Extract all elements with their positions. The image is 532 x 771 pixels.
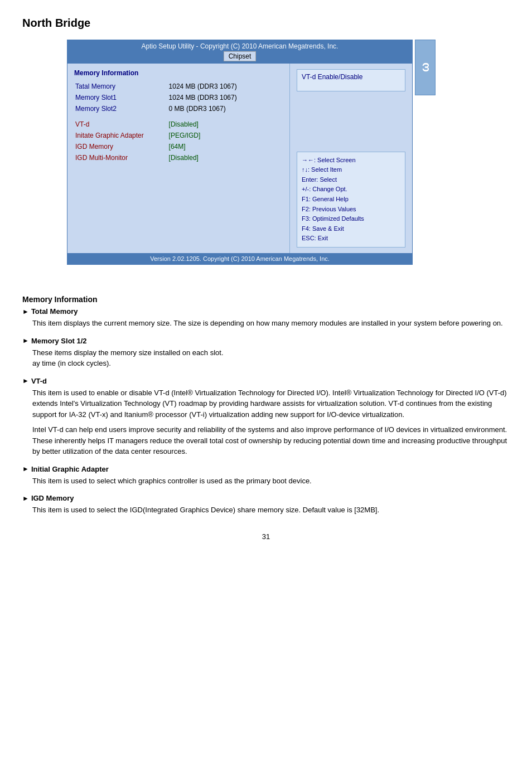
bios-help-label: VT-d Enable/Disable	[302, 73, 362, 81]
value-igd-memory: [64M]	[169, 142, 282, 152]
key-f4: F4: Save & Exit	[302, 224, 400, 234]
title-text: Memory Slot 1/2	[31, 337, 87, 345]
title-text: VT-d	[31, 377, 47, 385]
table-row-igd-monitor: IGD Multi-Monitor [Disabled]	[75, 153, 282, 163]
value-graphic-adapter: [PEG/IGD]	[169, 130, 282, 140]
bios-footer-text: Version 2.02.1205. Copyright (C) 2010 Am…	[150, 255, 330, 262]
label-vtd: VT-d	[75, 119, 168, 129]
label-memory-slot2: Memory Slot2	[75, 104, 168, 114]
bios-chipset-tab[interactable]: Chipset	[224, 51, 257, 61]
doc-item-initial-graphic-text: This item is used to select which graphi…	[32, 476, 510, 487]
table-row	[75, 115, 282, 118]
arrow-icon: ►	[22, 377, 29, 385]
arrow-icon: ►	[22, 494, 29, 502]
bios-footer: Version 2.02.1205. Copyright (C) 2010 Am…	[67, 253, 412, 264]
table-row-graphic: Initate Graphic Adapter [PEG/IGD]	[75, 130, 282, 140]
documentation-section: Memory Information ► Total Memory This i…	[22, 295, 510, 516]
side-tab-label: ω	[419, 63, 432, 72]
table-row: Memory Slot2 0 MB (DDR3 1067)	[75, 104, 282, 114]
page-number: 31	[22, 532, 510, 541]
arrow-icon: ►	[22, 465, 29, 473]
key-select-item: ↑↓: Select Item	[302, 165, 400, 175]
doc-item-igd-memory: ► IGD Memory This item is used to select…	[22, 494, 510, 516]
key-f1: F1: General Help	[302, 195, 400, 205]
value-tatal-memory: 1024 MB (DDR3 1067)	[169, 81, 282, 91]
doc-item-memory-slot-text: These items display the memory size inst…	[32, 347, 510, 369]
key-f3: F3: Optimized Defaults	[302, 214, 400, 224]
bios-header: Aptio Setup Utility - Copyright (C) 2010…	[67, 40, 412, 64]
doc-item-total-memory-text: This item displays the current memory si…	[32, 318, 510, 329]
key-esc: ESC: Exit	[302, 234, 400, 244]
bios-settings-panel: Memory Information Tatal Memory 1024 MB …	[67, 64, 289, 253]
arrow-icon: ►	[22, 308, 29, 316]
bios-header-text: Aptio Setup Utility - Copyright (C) 2010…	[142, 42, 338, 50]
label-igd-memory: IGD Memory	[75, 142, 168, 152]
title-text: Total Memory	[31, 307, 78, 316]
doc-item-total-memory: ► Total Memory This item displays the cu…	[22, 307, 510, 329]
doc-item-vtd-title: ► VT-d	[22, 377, 510, 385]
bios-settings-table: Tatal Memory 1024 MB (DDR3 1067) Memory …	[74, 80, 283, 164]
bios-panel: Aptio Setup Utility - Copyright (C) 2010…	[67, 40, 413, 265]
key-change-opt: +/-: Change Opt.	[302, 185, 400, 195]
memory-info-section-title: Memory Information	[22, 295, 510, 304]
doc-item-total-memory-title: ► Total Memory	[22, 307, 510, 316]
table-row-igd-memory: IGD Memory [64M]	[75, 142, 282, 152]
arrow-icon: ►	[22, 337, 29, 345]
bios-keys-box: →←: Select Screen ↑↓: Select Item Enter:…	[297, 152, 405, 248]
key-f2: F2: Previous Values	[302, 205, 400, 215]
table-row: Tatal Memory 1024 MB (DDR3 1067)	[75, 81, 282, 91]
table-row: Memory Slot1 1024 MB (DDR3 1067)	[75, 93, 282, 103]
doc-item-vtd: ► VT-d This item is used to enable or di…	[22, 377, 510, 457]
value-memory-slot2: 0 MB (DDR3 1067)	[169, 104, 282, 114]
key-enter: Enter: Select	[302, 175, 400, 185]
label-tatal-memory: Tatal Memory	[75, 81, 168, 91]
bios-help-panel: VT-d Enable/Disable →←: Select Screen ↑↓…	[289, 64, 412, 253]
label-igd-monitor: IGD Multi-Monitor	[75, 153, 168, 163]
doc-item-igd-memory-text: This item is used to select the IGD(Inte…	[32, 505, 510, 516]
value-igd-monitor: [Disabled]	[169, 153, 282, 163]
page-title: North Bridge	[22, 17, 510, 30]
doc-item-memory-slot: ► Memory Slot 1/2 These items display th…	[22, 337, 510, 369]
value-vtd: [Disabled]	[169, 119, 282, 129]
memory-info-heading: Memory Information	[74, 69, 283, 77]
title-text: Initial Graphic Adapter	[31, 465, 109, 473]
doc-item-initial-graphic-title: ► Initial Graphic Adapter	[22, 465, 510, 473]
value-memory-slot1: 1024 MB (DDR3 1067)	[169, 93, 282, 103]
title-text: IGD Memory	[31, 494, 74, 502]
doc-item-vtd-text2: Intel VT-d can help end users improve se…	[32, 424, 510, 457]
bios-help-text-box: VT-d Enable/Disable	[297, 69, 405, 91]
doc-item-igd-memory-title: ► IGD Memory	[22, 494, 510, 502]
doc-item-memory-slot-title: ► Memory Slot 1/2	[22, 337, 510, 345]
table-row-vtd: VT-d [Disabled]	[75, 119, 282, 129]
bios-panel-wrapper: Aptio Setup Utility - Copyright (C) 2010…	[22, 40, 510, 282]
doc-item-vtd-text1: This item is used to enable or disable V…	[32, 387, 510, 420]
bios-body: Memory Information Tatal Memory 1024 MB …	[67, 64, 412, 253]
doc-item-initial-graphic: ► Initial Graphic Adapter This item is u…	[22, 465, 510, 487]
key-select-screen: →←: Select Screen	[302, 156, 400, 166]
label-graphic-adapter: Initate Graphic Adapter	[75, 130, 168, 140]
label-memory-slot1: Memory Slot1	[75, 93, 168, 103]
bios-side-tab: ω	[415, 40, 436, 95]
